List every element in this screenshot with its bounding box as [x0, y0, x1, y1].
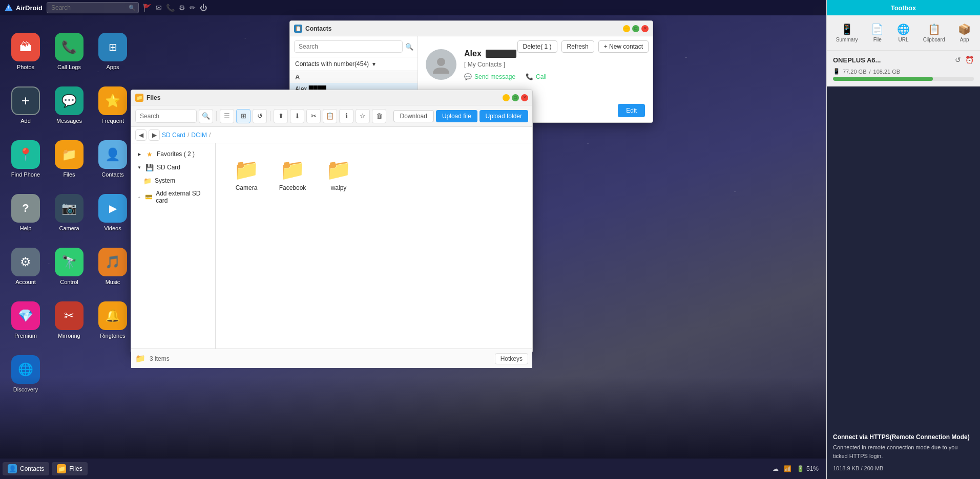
sidebar-system[interactable]: 📁 System: [131, 174, 215, 187]
camera-folder-name: Camera: [236, 184, 258, 191]
contacts-minimize-btn[interactable]: —: [623, 25, 630, 32]
sdcard-expand-icon: ▼: [136, 164, 142, 170]
top-search-input[interactable]: [47, 2, 139, 13]
file-tab-label: File: [873, 37, 882, 42]
device-settings-icon[interactable]: ⏰: [965, 56, 974, 64]
device-refresh-icon[interactable]: ↺: [955, 56, 961, 64]
desktop-icon-calllogs[interactable]: 📞 Call Logs: [49, 26, 90, 77]
taskbar-contacts-label: Contacts: [20, 465, 44, 472]
desktop-icon-control[interactable]: 🔭 Control: [49, 241, 90, 292]
files-download-btn[interactable]: Download: [393, 110, 434, 122]
desktop-icon-contacts[interactable]: 👤 Contacts: [92, 133, 133, 184]
desktop-icon-apps[interactable]: ⊞ Apps: [92, 26, 133, 77]
summary-tab-icon: 📱: [841, 23, 853, 35]
desktop-icon-discovery[interactable]: 🌐 Discovery: [5, 348, 46, 399]
phone-icon[interactable]: 📞: [166, 4, 175, 12]
files-upload-btn[interactable]: ⬆: [274, 109, 288, 123]
add-external-icon: +: [136, 194, 142, 200]
files-info-btn[interactable]: ℹ: [339, 109, 353, 123]
folder-walpy[interactable]: 📁 walpy: [318, 154, 359, 195]
desktop-icon-music[interactable]: 🎵 Music: [92, 241, 133, 292]
desktop-icon-photos[interactable]: 🏔 Photos: [5, 26, 46, 77]
contacts-search-input[interactable]: [294, 40, 403, 53]
files-refresh-btn[interactable]: ↺: [253, 109, 267, 123]
storage-label: 📱 77.20 GB / 108.21 GB: [833, 68, 974, 75]
contacts-filter[interactable]: Contacts with number(454) ▼: [290, 57, 418, 71]
mail-icon[interactable]: ✉: [156, 4, 162, 12]
files-download-toolbar-btn[interactable]: ⬇: [290, 109, 304, 123]
contacts-delete-btn[interactable]: Delete( 1 ): [517, 40, 557, 53]
desktop-icon-files[interactable]: 📁 Files: [49, 133, 90, 184]
desktop-icon-ringtones[interactable]: 🔔 Ringtones: [92, 294, 133, 345]
calllogs-icon: 📞: [55, 33, 84, 61]
files-toolbar: 🔍 ☰ ⊞ ↺ ⬆ ⬇ ✂ 📋 ℹ ☆ 🗑 Download Upload fi…: [131, 105, 532, 127]
desktop-icon-messages[interactable]: 💬 Messages: [49, 79, 90, 130]
favorites-star-icon: ★: [145, 150, 154, 158]
toolbox-tab-file[interactable]: 📄 File: [867, 20, 888, 45]
taskbar-contacts[interactable]: 👤 Contacts: [3, 462, 49, 475]
desktop-icon-account[interactable]: ⚙ Account: [5, 241, 46, 292]
edit-icon[interactable]: ✏: [190, 4, 196, 12]
sidebar-sdcard[interactable]: ▼ 💾 SD Card: [131, 161, 215, 174]
files-search-btn[interactable]: 🔍: [199, 109, 213, 123]
desktop-icon-mirroring[interactable]: ✂ Mirroring: [49, 294, 90, 345]
contacts-window-title: Contacts: [305, 25, 620, 32]
hotkeys-btn[interactable]: Hotkeys: [495, 353, 528, 364]
contact-edit-btn[interactable]: Edit: [618, 104, 645, 117]
desktop-icon-camera[interactable]: 📷 Camera: [49, 187, 90, 238]
call-btn[interactable]: 📞 Call: [526, 73, 547, 80]
flag-icon[interactable]: 🚩: [143, 4, 152, 12]
files-grid-view-btn[interactable]: ⊞: [236, 109, 251, 123]
desktop-icon-frequent[interactable]: ⭐ Frequent: [92, 79, 133, 130]
settings-icon[interactable]: ⚙: [179, 4, 185, 12]
power-icon[interactable]: ⏻: [200, 4, 207, 12]
sdcard-icon: 💾: [145, 163, 154, 171]
desktop-icon-premium[interactable]: 💎 Premium: [5, 294, 46, 345]
desktop-icon-grid: 🏔 Photos 📞 Call Logs ⊞ Apps + Add 💬 Mess…: [0, 20, 138, 404]
taskbar-files[interactable]: 📁 Files: [52, 462, 87, 475]
contacts-new-btn[interactable]: + New contact: [598, 40, 649, 53]
mirroring-label: Mirroring: [58, 333, 80, 339]
files-cut-btn[interactable]: ✂: [306, 109, 321, 123]
desktop-icon-add[interactable]: + Add: [5, 79, 46, 130]
desktop-icon-findphone[interactable]: 📍 Find Phone: [5, 133, 46, 184]
breadcrumb-dcim[interactable]: DCIM: [191, 132, 207, 139]
files-close-btn[interactable]: ✕: [521, 94, 528, 101]
desktop-icon-videos[interactable]: ▶ Videos: [92, 187, 133, 238]
connection-title: Connect via HTTPS(Remote Connection Mode…: [833, 433, 974, 441]
folder-facebook[interactable]: 📁 Facebook: [272, 154, 313, 195]
breadcrumb-forward-btn[interactable]: ▶: [149, 129, 160, 141]
desktop-icon-help[interactable]: ? Help: [5, 187, 46, 238]
toolbox-tab-url[interactable]: 🌐 URL: [893, 20, 914, 45]
toolbox-bottom: Connect via HTTPS(Remote Connection Mode…: [827, 86, 980, 479]
discovery-label: Discovery: [13, 386, 38, 393]
sidebar-favorites[interactable]: ▶ ★ Favorites ( 2 ): [131, 147, 215, 161]
url-tab-label: URL: [898, 37, 908, 42]
files-search-input[interactable]: [135, 110, 197, 123]
files-star-btn[interactable]: ☆: [356, 109, 370, 123]
contacts-close-btn[interactable]: ✕: [641, 25, 649, 32]
storage-slash: /: [869, 69, 870, 75]
toolbox-tab-app[interactable]: 📦 App: [954, 20, 975, 45]
files-maximize-btn[interactable]: □: [512, 94, 519, 101]
battery-percent: 51%: [806, 465, 819, 472]
breadcrumb-back-btn[interactable]: ◀: [135, 129, 147, 141]
airdroid-logo: AirDroid: [4, 3, 43, 12]
files-delete-btn[interactable]: 🗑: [372, 109, 386, 123]
premium-icon: 💎: [11, 301, 40, 330]
files-list-view-btn[interactable]: ☰: [220, 109, 234, 123]
contacts-refresh-btn[interactable]: Refresh: [561, 40, 594, 53]
files-minimize-btn[interactable]: —: [503, 94, 510, 101]
files-upload-file-btn[interactable]: Upload file: [436, 110, 477, 122]
contacts-maximize-btn[interactable]: □: [632, 25, 639, 32]
add-label: Add: [20, 118, 31, 124]
breadcrumb-sdcard[interactable]: SD Card: [162, 132, 185, 139]
calllogs-label: Call Logs: [57, 64, 81, 70]
folder-camera[interactable]: 📁 Camera: [226, 154, 267, 195]
sidebar-add-external[interactable]: + 💳 Add external SD card: [131, 187, 215, 207]
send-message-btn[interactable]: 💬 Send message: [464, 73, 515, 80]
files-copy-btn[interactable]: 📋: [323, 109, 337, 123]
toolbox-tab-summary[interactable]: 📱 Summary: [832, 20, 862, 45]
files-upload-folder-btn[interactable]: Upload folder: [479, 110, 528, 122]
toolbox-tab-clipboard[interactable]: 📋 Clipboard: [919, 20, 949, 45]
